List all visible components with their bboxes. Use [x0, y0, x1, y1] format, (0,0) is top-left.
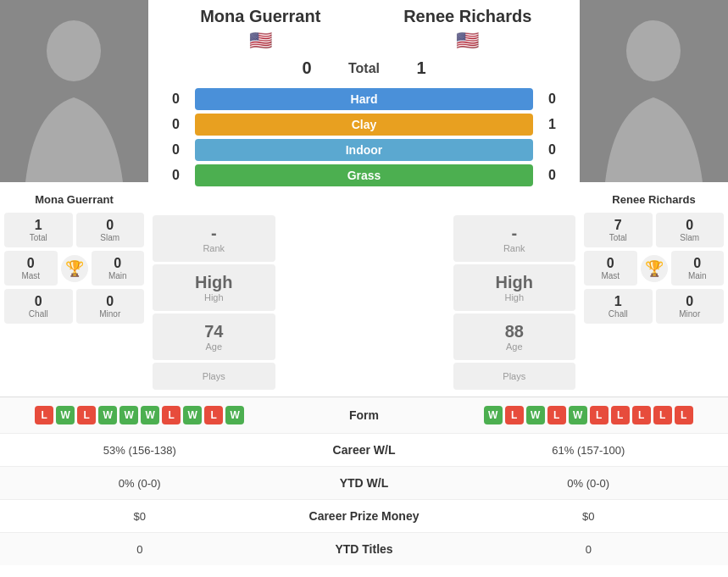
- left-player-name: Mona Guerrant: [157, 7, 364, 26]
- left-slam-val: 0: [78, 218, 143, 233]
- prize-left: $0: [8, 510, 271, 523]
- prize-row: $0 Career Prize Money $0: [0, 500, 728, 533]
- main-container: Mona Guerrant 🇺🇸 Renee Richards 🇺🇸 0 Tot…: [0, 0, 728, 565]
- grass-score-left: 0: [157, 168, 195, 183]
- clay-score-right: 1: [533, 117, 571, 132]
- right-total-lbl: Total: [586, 233, 651, 242]
- hard-score-left: 0: [157, 92, 195, 107]
- right-mast-val: 0: [586, 256, 636, 271]
- form-badge-l: L: [35, 406, 53, 424]
- right-total-val: 7: [586, 218, 651, 233]
- right-rank-val: -: [462, 224, 568, 243]
- left-plays-lbl: Plays: [161, 371, 267, 381]
- form-badge-l: L: [675, 406, 693, 424]
- ytd-wl-row: 0% (0-0) YTD W/L 0% (0-0): [0, 467, 728, 500]
- prize-label: Career Prize Money: [271, 509, 458, 523]
- indoor-score-left: 0: [157, 142, 195, 158]
- right-player-flag: 🇺🇸: [364, 30, 572, 52]
- right-minor-val: 0: [658, 294, 723, 309]
- ytd-titles-right: 0: [458, 543, 720, 556]
- left-rank-lbl: Rank: [161, 243, 267, 253]
- left-age-lbl: Age: [161, 341, 267, 352]
- left-player-photo: [0, 0, 148, 182]
- right-rank-lbl: Rank: [462, 243, 568, 253]
- form-badge-w: W: [98, 406, 117, 424]
- right-chall-val: 1: [586, 294, 651, 309]
- right-minor-lbl: Minor: [658, 309, 723, 319]
- form-badge-l: L: [547, 406, 566, 424]
- form-badge-l: L: [653, 406, 672, 424]
- right-player-name: Renee Richards: [364, 7, 572, 26]
- left-main-lbl: Main: [93, 271, 143, 280]
- right-trophy-icon: 🏆: [645, 259, 664, 278]
- ytd-wl-left: 0% (0-0): [8, 477, 271, 490]
- form-badge-w: W: [526, 406, 545, 424]
- career-wl-right: 61% (157-100): [458, 444, 720, 457]
- form-badge-w: W: [119, 406, 138, 424]
- form-badge-w: W: [225, 406, 244, 424]
- grass-badge: Grass: [195, 164, 533, 186]
- prize-right: $0: [458, 510, 720, 523]
- svg-point-1: [47, 20, 101, 81]
- hard-badge: Hard: [195, 88, 533, 110]
- grass-score-right: 0: [533, 168, 571, 183]
- left-mast-lbl: Mast: [6, 271, 56, 280]
- ytd-titles-row: 0 YTD Titles 0: [0, 533, 728, 565]
- right-player-name-below: Renee Richards: [580, 190, 728, 209]
- left-mast-val: 0: [6, 256, 56, 271]
- career-wl-row: 53% (156-138) Career W/L 61% (157-100): [0, 434, 728, 467]
- form-badge-w: W: [183, 406, 202, 424]
- left-minor-val: 0: [78, 294, 143, 309]
- form-badge-l: L: [204, 406, 223, 424]
- hard-score-right: 0: [533, 92, 571, 107]
- left-chall-val: 0: [6, 294, 71, 309]
- form-badge-w: W: [141, 406, 159, 424]
- clay-badge: Clay: [195, 114, 533, 136]
- right-age-val: 88: [462, 322, 568, 341]
- form-badge-w: W: [484, 406, 503, 424]
- left-chall-lbl: Chall: [6, 309, 71, 319]
- svg-point-3: [626, 20, 681, 81]
- left-trophy-icon: 🏆: [65, 259, 84, 278]
- total-label: Total: [331, 61, 398, 76]
- left-rank-val: -: [161, 224, 267, 243]
- right-slam-val: 0: [658, 218, 723, 233]
- form-badge-l: L: [590, 406, 609, 424]
- left-player-flag: 🇺🇸: [157, 30, 364, 52]
- right-chall-lbl: Chall: [586, 309, 651, 319]
- form-badge-l: L: [632, 406, 651, 424]
- career-wl-label: Career W/L: [271, 443, 458, 457]
- form-badge-l: L: [77, 406, 96, 424]
- left-form: LWLWWWLWLW: [8, 406, 271, 424]
- right-high-lbl: High: [462, 292, 568, 302]
- right-player-photo: [580, 0, 728, 182]
- left-slam-lbl: Slam: [78, 233, 143, 242]
- indoor-badge: Indoor: [195, 139, 533, 161]
- total-score-left: 0: [292, 58, 322, 78]
- left-total-val: 1: [6, 218, 71, 233]
- form-row: LWLWWWLWLW Form WLWLWLLLLL: [0, 397, 728, 434]
- ytd-titles-left: 0: [8, 543, 271, 556]
- right-mast-lbl: Mast: [586, 271, 636, 280]
- left-main-val: 0: [93, 256, 143, 271]
- left-high-val: High: [161, 273, 267, 292]
- right-form: WLWLWLLLLL: [458, 406, 720, 424]
- left-age-val: 74: [161, 322, 267, 341]
- right-main-lbl: Main: [673, 271, 723, 280]
- form-badge-l: L: [611, 406, 630, 424]
- right-slam-lbl: Slam: [658, 233, 723, 242]
- right-age-lbl: Age: [462, 341, 568, 352]
- form-badge-l: L: [162, 406, 181, 424]
- form-badge-w: W: [56, 406, 75, 424]
- right-main-val: 0: [673, 256, 723, 271]
- left-player-name-below: Mona Guerrant: [0, 190, 148, 209]
- right-high-val: High: [462, 273, 568, 292]
- career-wl-left: 53% (156-138): [8, 444, 271, 457]
- ytd-titles-label: YTD Titles: [271, 542, 458, 556]
- form-badge-w: W: [569, 406, 587, 424]
- ytd-wl-label: YTD W/L: [271, 476, 458, 490]
- form-badge-l: L: [505, 406, 524, 424]
- clay-score-left: 0: [157, 117, 195, 132]
- total-score-right: 1: [407, 58, 436, 78]
- right-plays-lbl: Plays: [462, 371, 568, 381]
